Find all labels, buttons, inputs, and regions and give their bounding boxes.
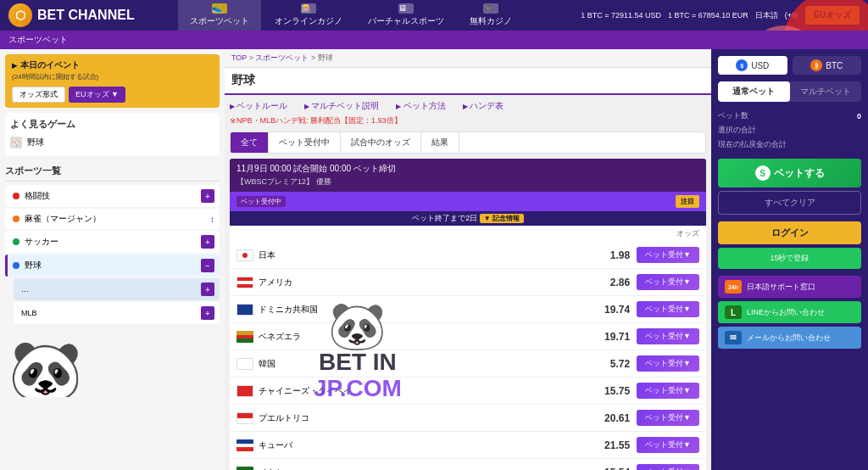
clear-button[interactable]: すべてクリア bbox=[718, 191, 861, 215]
flag-mx bbox=[236, 467, 253, 471]
nav-sports-label: スポーツベット bbox=[190, 15, 249, 27]
flag-do bbox=[236, 304, 253, 316]
team-kr: 韓国 bbox=[259, 358, 275, 370]
team-row-japan: 日本 1.98 ベット受付▼ bbox=[230, 242, 706, 269]
bet-info: ベット数 0 選択の合計 現在の払戻金の合計 bbox=[718, 109, 861, 152]
flag-ve bbox=[236, 331, 253, 343]
eu-odds-select[interactable]: EUオッズ ▼ bbox=[69, 87, 125, 103]
bc-sports[interactable]: スポーツベット bbox=[255, 53, 309, 62]
sport-mlb[interactable]: MLB + bbox=[14, 302, 220, 324]
support-24h-btn[interactable]: 24h 日本語サポート窓口 bbox=[718, 276, 861, 298]
center-content: TOP > スポーツベット > 野球 野球 ベットルール マルチベット説明 ベッ… bbox=[225, 49, 711, 470]
notice-text: ※NPB・MLBハンデ戦: 勝利配当【固定：1.93倍】 bbox=[230, 115, 706, 126]
nav-virtual-label: バーチャルスポーツ bbox=[368, 15, 444, 27]
baseball-collapse[interactable]: − bbox=[201, 259, 214, 272]
filter-results[interactable]: 結果 bbox=[421, 132, 459, 153]
lang-select[interactable]: 日本語 bbox=[755, 10, 778, 21]
sport-soccer[interactable]: サッカー + bbox=[5, 231, 220, 253]
note-btn[interactable]: 注目 bbox=[676, 195, 699, 208]
filter-all[interactable]: 全て bbox=[231, 132, 269, 153]
site-logo[interactable]: ⬡ BET CHANNEL bbox=[8, 3, 178, 27]
support-line-btn[interactable]: L LINEからお問い合わせ bbox=[718, 301, 861, 323]
sports-list: スポーツ一覧 格闘技 + 麻雀（マージャン） ↕ サッカー bbox=[5, 161, 220, 324]
support-24h-label: 日本語サポート窓口 bbox=[747, 282, 815, 293]
flag-us bbox=[236, 277, 253, 288]
bet-japan[interactable]: ベット受付▼ bbox=[637, 247, 699, 263]
hande-link[interactable]: ハンデ表 bbox=[463, 101, 504, 110]
odds-usa: 2.86 bbox=[596, 277, 630, 288]
mail-icon: ✉ bbox=[725, 331, 742, 344]
flag-tw bbox=[236, 385, 253, 397]
main-layout: 本日のイベント (24時間以内に開始する試合) オッズ形式 EUオッズ ▼ よく… bbox=[0, 49, 868, 470]
dot-blue bbox=[13, 262, 19, 269]
odds-japan: 1.98 bbox=[596, 249, 630, 261]
sub1-expand[interactable]: + bbox=[201, 283, 214, 296]
register-btn[interactable]: 15秒で登録 bbox=[718, 248, 861, 269]
sport-mahjong[interactable]: 麻雀（マージャン） ↕ bbox=[5, 209, 220, 229]
filter-live-odds[interactable]: 試合中のオッズ bbox=[341, 132, 421, 153]
bet-type-tabs: 通常ベット マルチベット bbox=[718, 81, 861, 102]
bet-count-value: 0 bbox=[857, 112, 861, 120]
bet-ve[interactable]: ベット受付▼ bbox=[637, 328, 699, 344]
support-mail-btn[interactable]: ✉ メールからお問い合わせ bbox=[718, 327, 861, 349]
nav-casino[interactable]: 🎰 オンラインカジノ bbox=[263, 0, 354, 31]
tab-multi-bet[interactable]: マルチベット bbox=[790, 81, 862, 102]
usd-btn[interactable]: $ USD bbox=[718, 56, 787, 75]
filter-tabs: 全て ベット受付中 試合中のオッズ 結果 bbox=[230, 131, 706, 154]
bc-top[interactable]: TOP bbox=[231, 53, 247, 62]
bet-do[interactable]: ベット受付▼ bbox=[637, 301, 699, 317]
team-row-do: ドミニカ共和国 19.74 ベット受付▼ bbox=[230, 296, 706, 323]
bet-count-label: ベット数 bbox=[718, 110, 748, 121]
soccer-expand[interactable]: + bbox=[201, 235, 214, 249]
sport-baseball[interactable]: 野球 − bbox=[5, 255, 220, 277]
support-line-label: LINEからお問い合わせ bbox=[747, 307, 825, 318]
sports-list-title: スポーツ一覧 bbox=[5, 161, 220, 182]
bet-pr[interactable]: ベット受付▼ bbox=[637, 410, 699, 426]
fav-baseball[interactable]: ⚾ 野球 bbox=[10, 134, 214, 151]
bet-method-link[interactable]: ベット方法 bbox=[396, 101, 445, 110]
match-title: 【WBSCプレミア12】 優勝 bbox=[236, 176, 699, 187]
bet-tw[interactable]: ベット受付▼ bbox=[637, 383, 699, 399]
current-label: 現在の払戻金の合計 bbox=[718, 139, 787, 150]
btc-rate2: 1 BTC = 67854.10 EUR bbox=[668, 11, 748, 20]
odds-format-btn[interactable]: オッズ形式 bbox=[12, 87, 65, 103]
shoe-icon: 👟 bbox=[212, 3, 227, 14]
header: ⬡ BET CHANNEL 👟 スポーツベット 🎰 オンラインカジノ 🖥 バーチ… bbox=[0, 0, 868, 31]
nav-virtual[interactable]: 🖥 バーチャルスポーツ bbox=[356, 0, 456, 31]
content-area: ベットルール マルチベット説明 ベット方法 ハンデ表 ※NPB・MLBハンデ戦:… bbox=[225, 95, 711, 470]
login-btn[interactable]: ログイン bbox=[718, 221, 861, 244]
multi-bet-link[interactable]: マルチベット説明 bbox=[304, 101, 379, 110]
bet-mx[interactable]: ベット受付▼ bbox=[637, 464, 699, 470]
free-icon: 🎮 bbox=[483, 3, 498, 14]
team-row-cu: キューバ 21.55 ベット受付▼ bbox=[230, 432, 706, 459]
filter-accepting[interactable]: ベット受付中 bbox=[269, 132, 341, 153]
flag-pr bbox=[236, 412, 253, 424]
team-row-usa: アメリカ 2.86 ベット受付▼ bbox=[230, 269, 706, 296]
fighting-expand[interactable]: + bbox=[201, 189, 214, 203]
sport-fighting[interactable]: 格闘技 + bbox=[5, 185, 220, 207]
sum-row: 選択の合計 bbox=[718, 123, 861, 137]
sport-sub1[interactable]: … + bbox=[14, 278, 220, 300]
nav-sports[interactable]: 👟 スポーツベット bbox=[178, 0, 261, 31]
days-remaining: ベット終了まで2日 ▼ 記念情報 bbox=[230, 211, 706, 226]
days-badge: ▼ 記念情報 bbox=[480, 214, 524, 223]
bet-rules-link[interactable]: ベットルール bbox=[230, 101, 287, 110]
btc-btn[interactable]: ₿ BTC bbox=[793, 56, 862, 75]
currency-select: $ USD ₿ BTC bbox=[718, 56, 861, 75]
team-do: ドミニカ共和国 bbox=[259, 304, 318, 316]
team-usa: アメリカ bbox=[259, 277, 292, 288]
bet-cu[interactable]: ベット受付▼ bbox=[637, 437, 699, 453]
logo-text: BET CHANNEL bbox=[37, 8, 135, 23]
team-mx: メキシコ bbox=[259, 467, 292, 471]
panda-area: 🐼 bbox=[0, 329, 225, 397]
bet-usa[interactable]: ベット受付▼ bbox=[637, 274, 699, 290]
bet-button[interactable]: S ベットする bbox=[718, 159, 861, 187]
nav-free[interactable]: 🎮 無料カジノ bbox=[458, 0, 524, 31]
fav-baseball-label: 野球 bbox=[27, 137, 44, 148]
mlb-expand[interactable]: + bbox=[201, 306, 214, 320]
match-section: 11月9日 00:00 試合開始 00:00 ベット締切 【WBSCプレミア12… bbox=[230, 159, 706, 470]
tab-normal-bet[interactable]: 通常ベット bbox=[718, 81, 790, 102]
bc-baseball: 野球 bbox=[318, 53, 333, 62]
sport-baseball-label: 野球 bbox=[25, 260, 42, 271]
bet-kr[interactable]: ベット受付▼ bbox=[637, 355, 699, 372]
